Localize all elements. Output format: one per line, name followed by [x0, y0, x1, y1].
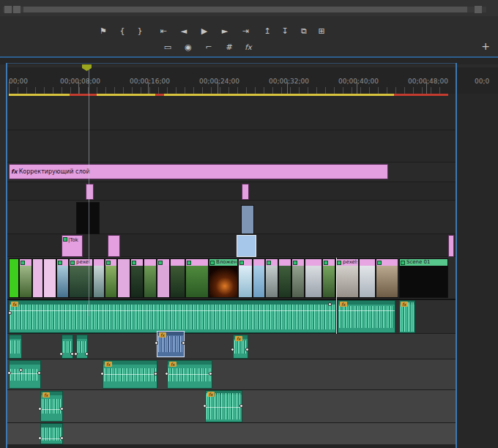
audio-clip[interactable]: [9, 360, 41, 389]
add-marker-button[interactable]: ⚑: [95, 25, 111, 38]
keyframe-handle[interactable]: [328, 302, 332, 306]
video-clip[interactable]: [108, 235, 120, 257]
video-clip-pexels-p[interactable]: pexels-p: [335, 258, 359, 298]
video-clip[interactable]: [105, 258, 117, 298]
video-clip-selected[interactable]: [237, 235, 256, 257]
audio-clip-selected[interactable]: fx: [157, 331, 185, 357]
keyframe-handle[interactable]: [239, 404, 243, 408]
keyframe-handle[interactable]: [38, 407, 42, 411]
video-clip-dark[interactable]: [76, 202, 100, 234]
audio-clip[interactable]: fx: [338, 300, 395, 333]
safe-margins-button[interactable]: ▭: [160, 41, 176, 54]
go-to-in-button[interactable]: ⇤: [155, 25, 171, 38]
video-clip-tok[interactable]: |Tok: [62, 235, 83, 257]
video-clip[interactable]: [291, 258, 305, 298]
video-clip[interactable]: [130, 258, 144, 298]
video-clip[interactable]: [253, 258, 265, 298]
video-clip[interactable]: [157, 258, 170, 298]
video-clip[interactable]: [265, 258, 278, 298]
video-clip[interactable]: [86, 184, 94, 200]
timeline-hscroll-thumb[interactable]: [23, 7, 467, 12]
volume-rubber-band[interactable]: [168, 374, 212, 375]
keyframe-handle[interactable]: [154, 372, 157, 376]
volume-rubber-band[interactable]: [338, 310, 395, 311]
snap-toggle[interactable]: #: [221, 41, 237, 54]
video-clip[interactable]: [144, 258, 157, 298]
keyframe-handle[interactable]: [203, 404, 207, 408]
volume-rubber-band[interactable]: [103, 374, 157, 375]
color-matte-clip[interactable]: [9, 258, 19, 298]
lift-button[interactable]: ↥: [259, 25, 275, 38]
audio-clip[interactable]: [40, 423, 63, 444]
audio-clip[interactable]: fx: [399, 300, 415, 333]
keyframe-handle[interactable]: [60, 407, 64, 411]
video-clip-pexel[interactable]: pexel: [69, 258, 93, 298]
keyframe-handle[interactable]: [37, 371, 41, 375]
audio-clip[interactable]: fx: [205, 390, 242, 422]
hscroll-right-handle[interactable]: [475, 6, 482, 13]
video-clip[interactable]: [19, 258, 32, 298]
audio-clip[interactable]: fx: [9, 300, 336, 333]
step-back-button[interactable]: ◄: [176, 25, 192, 38]
keyframe-handle[interactable]: [7, 371, 11, 375]
keyframe-handle[interactable]: [85, 352, 89, 356]
video-clip[interactable]: [238, 258, 253, 298]
keyframe-handle[interactable]: [155, 341, 158, 345]
keyframe-handle[interactable]: [60, 436, 64, 440]
keyframe-handle[interactable]: [182, 341, 185, 345]
volume-rubber-band[interactable]: [41, 409, 62, 410]
video-clip[interactable]: [32, 258, 43, 298]
selected-edit-point[interactable]: [336, 258, 337, 334]
video-clip[interactable]: [278, 258, 291, 298]
video-clip[interactable]: [322, 258, 335, 298]
audio-clip[interactable]: [9, 335, 22, 359]
video-clip[interactable]: [305, 258, 322, 298]
volume-rubber-band[interactable]: [206, 407, 242, 408]
video-clip[interactable]: [376, 258, 398, 298]
video-clip[interactable]: [242, 184, 249, 200]
mark-out-button[interactable]: }: [132, 25, 148, 38]
audio-clip[interactable]: fx: [167, 360, 212, 389]
video-clip[interactable]: [56, 258, 69, 298]
keyframe-handle[interactable]: [59, 352, 63, 356]
keyframe-handle[interactable]: [74, 352, 78, 356]
video-clip[interactable]: [43, 258, 56, 298]
fx-badges-toggle[interactable]: fx: [240, 41, 256, 54]
video-clip[interactable]: [93, 258, 105, 298]
extract-button[interactable]: ↧: [277, 25, 293, 38]
keyframe-handle[interactable]: [38, 436, 42, 440]
keyframe-handle[interactable]: [245, 348, 249, 351]
keyframe-handle[interactable]: [231, 348, 234, 351]
hscroll-left-handle2[interactable]: [13, 6, 21, 13]
audio-clip[interactable]: fx: [40, 391, 63, 422]
adjustment-layer-clip[interactable]: fx Корректирующий слой: [9, 164, 388, 179]
volume-rubber-band[interactable]: [10, 373, 40, 374]
scene01-clip[interactable]: Scene 01: [399, 258, 448, 298]
video-clip-blue[interactable]: [241, 205, 254, 234]
keyframe-handle[interactable]: [8, 311, 12, 315]
duplicate-frame-button[interactable]: ⧉: [296, 25, 312, 38]
video-clip[interactable]: [170, 258, 185, 298]
keyframe-handle[interactable]: [100, 372, 104, 376]
mark-in-button[interactable]: {: [114, 25, 130, 38]
nested-sequence-clip[interactable]: Вложен: [209, 258, 238, 298]
audio-clip[interactable]: fx: [233, 335, 248, 359]
video-clip[interactable]: [359, 258, 376, 298]
volume-rubber-band[interactable]: [41, 438, 62, 439]
playhead[interactable]: [89, 67, 89, 316]
step-forward-button[interactable]: ►: [217, 25, 233, 38]
keyframe-handle[interactable]: [209, 372, 212, 376]
keyframe-handle[interactable]: [165, 372, 168, 376]
keyframe-handle[interactable]: [19, 368, 23, 372]
play-button[interactable]: ▶: [196, 25, 212, 38]
video-clip[interactable]: [117, 258, 130, 298]
paste-attributes-button[interactable]: ⊞: [313, 25, 330, 38]
go-to-out-button[interactable]: ⇥: [237, 25, 253, 38]
video-clip[interactable]: [185, 258, 209, 298]
hscroll-left-handle[interactable]: [4, 6, 12, 13]
export-frame-button[interactable]: ◉: [180, 41, 196, 54]
add-track-button[interactable]: +: [477, 40, 494, 53]
audio-clip[interactable]: fx: [103, 360, 157, 389]
corner-overlay-button[interactable]: ⌐: [201, 41, 217, 54]
video-clip[interactable]: [448, 235, 454, 257]
